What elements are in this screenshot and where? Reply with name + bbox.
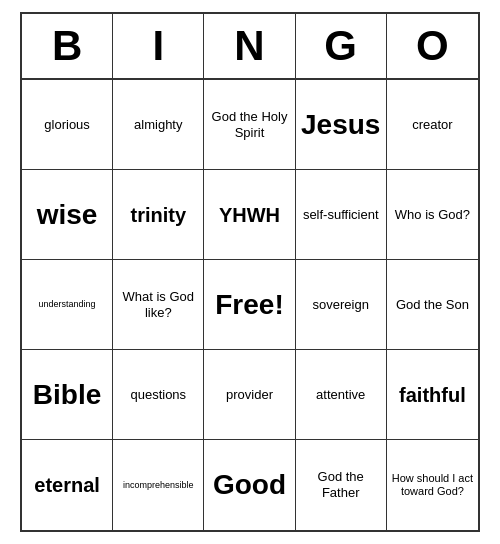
cell-1: almighty [113, 80, 204, 170]
cell-9: Who is God? [387, 170, 478, 260]
cell-text-9: Who is God? [395, 207, 470, 223]
cell-3: Jesus [296, 80, 387, 170]
cell-text-2: God the Holy Spirit [208, 109, 290, 140]
header-letter-G: G [296, 14, 387, 78]
cell-text-16: questions [130, 387, 186, 403]
cell-text-14: God the Son [396, 297, 469, 313]
cell-text-7: YHWH [219, 203, 280, 227]
bingo-header: BINGO [22, 14, 478, 80]
cell-text-1: almighty [134, 117, 182, 133]
cell-13: sovereign [296, 260, 387, 350]
cell-19: faithful [387, 350, 478, 440]
cell-14: God the Son [387, 260, 478, 350]
header-letter-N: N [204, 14, 295, 78]
cell-text-5: wise [37, 198, 98, 232]
cell-text-21: incomprehensible [123, 480, 194, 491]
header-letter-O: O [387, 14, 478, 78]
cell-10: understanding [22, 260, 113, 350]
cell-6: trinity [113, 170, 204, 260]
cell-17: provider [204, 350, 295, 440]
cell-0: glorious [22, 80, 113, 170]
cell-text-23: God the Father [300, 469, 382, 500]
cell-11: What is God like? [113, 260, 204, 350]
bingo-card: BINGO gloriousalmightyGod the Holy Spiri… [20, 12, 480, 532]
cell-8: self-sufficient [296, 170, 387, 260]
cell-5: wise [22, 170, 113, 260]
cell-16: questions [113, 350, 204, 440]
cell-24: How should I act toward God? [387, 440, 478, 530]
cell-7: YHWH [204, 170, 295, 260]
cell-2: God the Holy Spirit [204, 80, 295, 170]
cell-18: attentive [296, 350, 387, 440]
cell-text-0: glorious [44, 117, 90, 133]
cell-text-11: What is God like? [117, 289, 199, 320]
cell-text-17: provider [226, 387, 273, 403]
cell-text-19: faithful [399, 383, 466, 407]
cell-text-10: understanding [39, 299, 96, 310]
cell-text-8: self-sufficient [303, 207, 379, 223]
cell-text-6: trinity [131, 203, 187, 227]
cell-12: Free! [204, 260, 295, 350]
cell-22: Good [204, 440, 295, 530]
cell-text-13: sovereign [313, 297, 369, 313]
cell-20: eternal [22, 440, 113, 530]
cell-text-4: creator [412, 117, 452, 133]
cell-text-15: Bible [33, 378, 101, 412]
cell-23: God the Father [296, 440, 387, 530]
cell-text-20: eternal [34, 473, 100, 497]
cell-15: Bible [22, 350, 113, 440]
cell-text-12: Free! [215, 288, 283, 322]
header-letter-I: I [113, 14, 204, 78]
cell-4: creator [387, 80, 478, 170]
header-letter-B: B [22, 14, 113, 78]
cell-text-18: attentive [316, 387, 365, 403]
bingo-grid: gloriousalmightyGod the Holy SpiritJesus… [22, 80, 478, 530]
cell-21: incomprehensible [113, 440, 204, 530]
cell-text-3: Jesus [301, 108, 380, 142]
cell-text-24: How should I act toward God? [391, 472, 474, 498]
cell-text-22: Good [213, 468, 286, 502]
